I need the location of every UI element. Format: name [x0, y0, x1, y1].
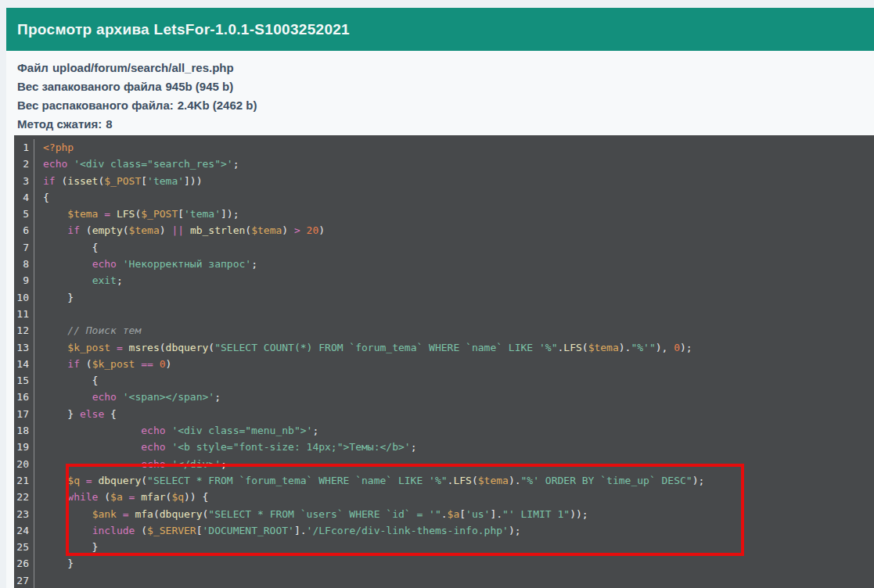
- code-line-content: $tema = LFS($_POST['tema']);: [34, 206, 239, 222]
- line-number: 11: [14, 306, 34, 322]
- code-line: 22 while ($a = mfar($q)) {: [14, 489, 874, 505]
- meta-unpacked-size-value: 2.4Kb (2462 b): [178, 99, 257, 112]
- code-line: 1<?php: [14, 139, 874, 156]
- code-line: 27: [14, 572, 874, 588]
- code-line: 25 }: [14, 539, 874, 555]
- code-line-content: echo '<b style="font-size: 14px;">Темы:<…: [34, 439, 416, 455]
- code-line-content: }: [34, 555, 74, 572]
- meta-file-value: upload/forum/search/all_res.php: [52, 61, 234, 74]
- content-container: Просмотр архива LetsFor-1.0.1-S100325202…: [6, 8, 874, 588]
- code-line: 21 $q = dbquery("SELECT * FROM `forum_te…: [14, 472, 874, 489]
- code-line-content: $q = dbquery("SELECT * FROM `forum_tema`…: [34, 472, 704, 489]
- code-line-content: if ($k_post == 0): [34, 356, 171, 372]
- meta-file: Файлupload/forum/search/all_res.php: [17, 59, 863, 77]
- code-line-content: // Поиск тем: [34, 322, 141, 339]
- line-number: 18: [14, 422, 34, 439]
- code-line: 4{: [14, 189, 874, 206]
- line-number: 10: [14, 289, 34, 306]
- code-line: 10 }: [14, 289, 874, 306]
- line-number: 6: [14, 222, 34, 238]
- code-line-content: $k_post = msres(dbquery("SELECT COUNT(*)…: [34, 339, 692, 356]
- code-line: 17 } else {: [14, 406, 874, 422]
- line-number: 25: [14, 539, 34, 555]
- line-number: 20: [14, 456, 34, 472]
- meta-compression-method: Метод сжатия:8: [17, 115, 863, 134]
- code-line-content: [34, 306, 43, 322]
- line-number: 1: [14, 139, 34, 156]
- code-line-content: echo '<div class="search_res">';: [34, 156, 239, 172]
- code-line-content: echo '</div>';: [34, 456, 227, 472]
- line-number: 26: [14, 555, 34, 572]
- code-line-content: echo '<span></span>';: [34, 389, 221, 405]
- code-line-content: echo 'Некорректный запрос';: [34, 256, 257, 272]
- line-number: 16: [14, 389, 34, 405]
- code-line: 16 echo '<span></span>';: [14, 389, 874, 405]
- code-line-content: }: [34, 289, 74, 306]
- code-line: 9 exit;: [14, 272, 874, 289]
- line-number: 12: [14, 322, 34, 339]
- code-line-content: } else {: [34, 406, 117, 422]
- code-line: 2echo '<div class="search_res">';: [14, 156, 874, 172]
- line-number: 2: [14, 156, 34, 172]
- code-line-content: [34, 572, 43, 588]
- code-line: 13 $k_post = msres(dbquery("SELECT COUNT…: [14, 339, 874, 356]
- meta-unpacked-size: Вес распакованого файла:2.4Kb (2462 b): [17, 96, 863, 115]
- line-number: 9: [14, 272, 34, 289]
- meta-file-label: Файл: [17, 61, 49, 74]
- code-line: 12 // Поиск тем: [14, 322, 874, 339]
- page-title: Просмотр архива LetsFor-1.0.1-S100325202…: [17, 21, 350, 38]
- line-number: 7: [14, 239, 34, 256]
- code-block: 1<?php2echo '<div class="search_res">';3…: [14, 135, 874, 588]
- code-line: 8 echo 'Некорректный запрос';: [14, 256, 874, 272]
- line-number: 5: [14, 206, 34, 222]
- code-line-content: {: [34, 239, 98, 256]
- line-number: 21: [14, 472, 34, 489]
- meta-compression-method-label: Метод сжатия:: [17, 117, 102, 131]
- code-line: 19 echo '<b style="font-size: 14px;">Тем…: [14, 439, 874, 455]
- code-line: 3if (isset($_POST['tema'])): [14, 173, 874, 189]
- line-number: 23: [14, 506, 34, 522]
- code-line: 14 if ($k_post == 0): [14, 356, 874, 372]
- line-number: 14: [14, 356, 34, 372]
- code-line-content: }: [34, 539, 98, 555]
- code-line: 23 $ank = mfa(dbquery("SELECT * FROM `us…: [14, 506, 874, 522]
- code-line-content: echo '<div class="menu_nb">';: [34, 422, 318, 439]
- line-number: 24: [14, 522, 34, 539]
- line-number: 4: [14, 189, 34, 206]
- code-line-content: {: [34, 189, 49, 206]
- code-line-content: $ank = mfa(dbquery("SELECT * FROM `users…: [34, 506, 588, 522]
- meta-packed-size-value: 945b (945 b): [166, 80, 234, 93]
- code-line: 26 }: [14, 555, 874, 572]
- code-line: 7 {: [14, 239, 874, 256]
- code-line: 6 if (empty($tema) || mb_strlen($tema) >…: [14, 222, 874, 238]
- file-meta: Файлupload/forum/search/all_res.php Вес …: [6, 51, 874, 134]
- code-line-content: include ($_SERVER['DOCUMENT_ROOT'].'/LFc…: [34, 522, 521, 539]
- line-number: 8: [14, 256, 34, 272]
- meta-packed-size: Вес запакованого файла945b (945 b): [17, 77, 863, 96]
- code-line-content: if (isset($_POST['tema'])): [34, 173, 203, 189]
- code-line-content: <?php: [34, 139, 74, 156]
- code-line-content: exit;: [34, 272, 123, 289]
- code-line-content: {: [34, 372, 98, 389]
- code-line: 11: [14, 306, 874, 322]
- code-line-content: if (empty($tema) || mb_strlen($tema) > 2…: [34, 222, 325, 238]
- line-number: 3: [14, 173, 34, 189]
- code-line: 5 $tema = LFS($_POST['tema']);: [14, 206, 874, 222]
- code-line: 20 echo '</div>';: [14, 456, 874, 472]
- line-number: 13: [14, 339, 34, 356]
- line-number: 27: [14, 572, 34, 588]
- meta-packed-size-label: Вес запакованого файла: [17, 80, 162, 93]
- line-number: 17: [14, 406, 34, 422]
- code-line-content: while ($a = mfar($q)) {: [34, 489, 208, 505]
- header-bar: Просмотр архива LetsFor-1.0.1-S100325202…: [6, 8, 874, 51]
- code-lines: 1<?php2echo '<div class="search_res">';3…: [14, 139, 874, 588]
- meta-unpacked-size-label: Вес распакованого файла:: [17, 99, 174, 112]
- line-number: 22: [14, 489, 34, 505]
- code-line: 18 echo '<div class="menu_nb">';: [14, 422, 874, 439]
- code-line: 15 {: [14, 372, 874, 389]
- line-number: 19: [14, 439, 34, 455]
- line-number: 15: [14, 372, 34, 389]
- meta-compression-method-value: 8: [106, 117, 112, 131]
- code-line: 24 include ($_SERVER['DOCUMENT_ROOT'].'/…: [14, 522, 874, 539]
